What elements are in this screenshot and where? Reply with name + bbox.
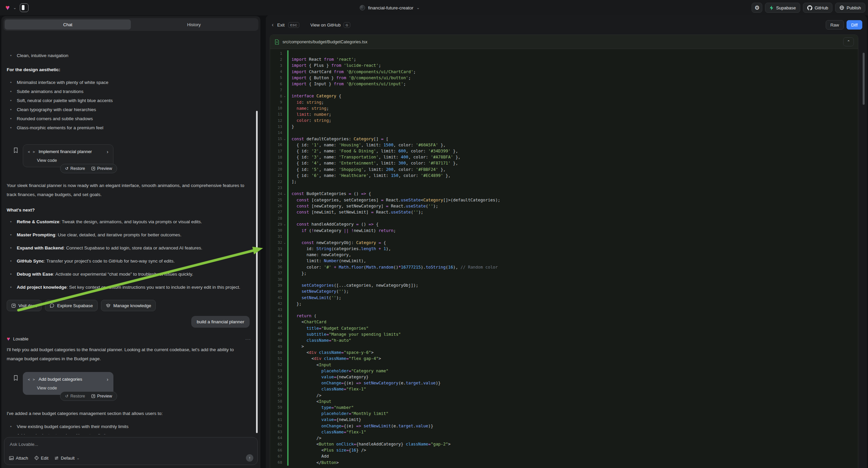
line-number: 37 [270,271,282,275]
diff-added-marker [287,319,288,325]
preview-button[interactable]: Preview [91,394,112,399]
mode-select[interactable]: Default ⌄ [54,456,80,461]
edit-button[interactable]: Edit [34,456,48,461]
visit-docs-button[interactable]: Visit docs [7,300,41,311]
code-line: 10 name: string; [270,106,858,112]
diff-added-marker [287,215,288,221]
code-viewer-panel: ‹ Exit ESC View on GitHub G Raw Diff src… [266,15,867,468]
view-code-link[interactable]: View code [37,158,108,163]
diff-added-marker [287,264,288,270]
diff-added-marker [287,411,288,417]
lovable-logo-icon[interactable]: ♥ [5,4,10,11]
diff-added-marker [287,246,288,252]
restore-button[interactable]: ↺ Restore [65,166,85,171]
code-line: 41 setNewLimit(''); [270,295,858,301]
version-card-add-budget-categories[interactable]: < > Add budget categories › View code ↺ … [23,372,114,395]
line-number: 65 [270,442,282,446]
code-scrollbar-thumb[interactable] [863,53,865,105]
code-text: /> [291,436,321,440]
assistant-name: Lovable [13,337,242,342]
github-button[interactable]: GitHub [803,3,832,13]
code-line: 52 <Input [270,362,858,368]
code-text: color: '#' + Math.floor(Math.random()*16… [291,265,498,270]
code-line: 23 [270,185,858,191]
sidebar-toggle-button[interactable] [20,3,29,12]
raw-toggle-button[interactable]: Raw [826,20,844,30]
ask-lovable-input[interactable]: Ask Lovable... Attach Edit Default ⌄ ↑ [4,437,258,465]
file-path-bar[interactable]: src/components/budget/BudgetCategories.t… [270,35,858,49]
diff-added-marker [287,209,288,215]
code-text: const defaultCategories: Category[] = [ [291,137,389,141]
code-line: 65 <Button onClick={handleAddCategory} c… [270,441,858,447]
code-editor[interactable]: 12import React from 'react';3import { Pl… [270,49,858,466]
tab-chat[interactable]: Chat [5,20,131,30]
chat-scrollbar-thumb[interactable] [256,111,258,433]
bookmark-icon[interactable] [13,147,18,153]
attach-button[interactable]: Attach [9,456,28,461]
exit-button[interactable]: Exit [277,23,284,28]
chat-panel: Chat History Clean, intuitive navigation… [1,16,260,468]
assistant-message: I'll help you add budget categories to t… [7,345,251,363]
send-button[interactable]: ↑ [246,454,253,462]
diff-added-marker [287,160,288,166]
fold-chevron-icon[interactable]: ⌄ [282,137,287,141]
logo-chevron-down-icon[interactable]: ⌄ [13,5,17,10]
fold-chevron-icon[interactable]: ⌄ [282,192,287,195]
settings-button[interactable]: ⚙ [751,3,762,13]
diff-added-marker [287,276,288,282]
diff-added-marker [287,288,288,294]
project-switcher[interactable]: financial-future-creator ⌄ [360,0,420,16]
diff-added-marker [287,350,288,355]
line-number: 35 [270,259,282,263]
diff-added-marker [287,453,288,459]
diff-added-marker [287,62,288,68]
fold-chevron-icon[interactable]: ⌄ [282,223,287,226]
line-number: 44 [270,314,282,318]
chat-tabbar: Chat History [3,18,258,31]
sidebar-toggle-icon [22,5,25,10]
chat-message-list[interactable]: Clean, intuitive navigation For the desi… [1,47,260,434]
code-line: 43 [270,307,858,313]
line-number: 3 [270,63,282,68]
code-line: 31 [270,234,858,240]
code-line: 54 value={newCategory} [270,374,858,380]
code-text: import { Plus } from 'lucide-react'; [291,63,381,68]
line-number: 45 [270,320,282,324]
fold-chevron-icon[interactable]: ⌄ [282,241,287,244]
code-text: { id: '3', name: 'Transportation', limit… [291,155,461,159]
top-bar: ♥ ⌄ financial-future-creator ⌄ ⚙ Supabas… [0,0,868,16]
restore-button[interactable]: ↺ Restore [65,394,85,399]
diff-toggle-button[interactable]: Diff [846,20,862,30]
version-card-implement-financial-planner[interactable]: < > Implement financial planner › View c… [23,144,114,167]
more-options-icon[interactable]: ··· [245,337,251,342]
diff-added-marker [287,435,288,441]
view-on-github-button[interactable]: View on GitHub [310,23,341,28]
code-line: 3import { Plus } from 'lucide-react'; [270,62,858,68]
restore-icon: ↺ [65,166,68,171]
collapse-file-button[interactable]: ⌃ [843,37,854,46]
explore-supabase-button[interactable]: Explore Supabase [45,300,97,311]
whats-next-heading: What's next? [7,207,251,212]
line-number: 21 [270,173,282,178]
code-line: 48 className="h-auto" [270,338,858,344]
manage-knowledge-button[interactable]: Manage knowledge [101,300,156,311]
assistant-summary: I've added a new budget categories manag… [7,409,251,418]
supabase-button[interactable]: Supabase [765,3,800,13]
fold-chevron-icon[interactable]: ⌄ [282,94,287,98]
whats-next-list: Refine & Customize: Tweak the design, an… [7,217,251,292]
view-code-link[interactable]: View code [37,385,108,390]
arrow-up-icon: ↑ [249,456,251,460]
code-text: className="flex-1" [291,430,366,434]
bookmark-icon[interactable] [13,375,18,381]
diff-added-marker [287,258,288,264]
code-line: 16 { id: '1', name: 'Housing', limit: 15… [270,142,858,148]
publish-button[interactable]: Publish [835,3,865,13]
line-number: 23 [270,186,282,190]
code-text: value={newCategory} [291,375,369,379]
line-number: 63 [270,430,282,434]
tab-history[interactable]: History [131,20,257,30]
preview-button[interactable]: Preview [91,166,112,171]
back-chevron-icon[interactable]: ‹ [272,22,274,28]
line-number: 60 [270,412,282,416]
code-line: 8⌄interface Category { [270,93,858,99]
